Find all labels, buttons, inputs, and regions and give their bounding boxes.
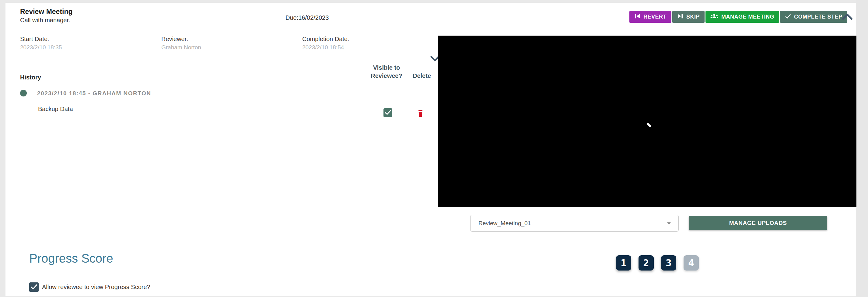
progress-score-title: Progress Score: [29, 252, 113, 265]
collapse-panel-button[interactable]: [841, 12, 854, 22]
completion-date-value: 2023/2/10 18:54: [302, 44, 344, 51]
manage-meeting-button[interactable]: MANAGE MEETING: [706, 11, 779, 23]
page-title: Review Meeting: [20, 8, 73, 16]
allow-reviewee-label: Allow reviewee to view Progress Score?: [42, 284, 150, 291]
visible-to-reviewee-checkbox[interactable]: [383, 108, 392, 117]
column-header-delete: Delete: [408, 72, 436, 80]
skip-previous-icon: [634, 13, 640, 21]
complete-step-button-label: COMPLETE STEP: [794, 14, 842, 20]
progress-score-buttons: 1 2 3 4: [616, 255, 699, 270]
upload-file-dropdown[interactable]: Review_Meeting_01: [470, 215, 679, 232]
completion-date-label: Completion Date:: [302, 36, 349, 43]
revert-button[interactable]: REVERT: [629, 11, 672, 23]
score-button-3[interactable]: 3: [661, 255, 676, 270]
dropdown-caret-icon: [667, 221, 671, 226]
skip-button[interactable]: SKIP: [672, 11, 705, 23]
review-step-panel: Review Meeting Call with manager. Due:16…: [5, 3, 856, 296]
skip-next-icon: [677, 13, 683, 21]
history-title: History: [20, 74, 41, 81]
manage-uploads-button[interactable]: MANAGE UPLOADS: [689, 216, 827, 230]
score-button-2[interactable]: 2: [639, 255, 654, 270]
checkmark-icon: [30, 284, 37, 291]
screen: Review Meeting Call with manager. Due:16…: [0, 0, 868, 297]
revert-button-label: REVERT: [643, 14, 666, 20]
people-group-icon: [710, 13, 718, 21]
page-subtitle: Call with manager.: [20, 17, 70, 24]
chevron-up-icon: [841, 13, 853, 22]
column-header-visible: Visible to Reviewee?: [360, 64, 413, 80]
manage-meeting-button-label: MANAGE MEETING: [721, 14, 774, 20]
due-date: Due:16/02/2023: [285, 14, 329, 21]
trash-icon: [418, 113, 423, 118]
score-button-4[interactable]: 4: [684, 255, 699, 270]
checkmark-icon: [385, 110, 391, 116]
action-bar: REVERT SKIP: [629, 11, 847, 23]
history-entry-description: Backup Data: [38, 106, 73, 112]
allow-reviewee-checkbox[interactable]: [29, 283, 39, 292]
skip-button-label: SKIP: [686, 14, 700, 20]
score-button-1[interactable]: 1: [616, 255, 631, 270]
start-date-label: Start Date:: [20, 36, 49, 43]
history-entry-dot: [20, 90, 27, 96]
meeting-video-preview[interactable]: [438, 36, 858, 207]
start-date-value: 2023/2/10 18:35: [20, 44, 62, 51]
reviewer-value: Graham Norton: [161, 44, 201, 51]
upload-file-dropdown-value: Review_Meeting_01: [478, 220, 531, 227]
scrollbar[interactable]: [857, 0, 868, 297]
history-entry-timestamp: 2023/2/10 18:45 - GRAHAM NORTON: [37, 90, 151, 97]
video-cursor-mark: [646, 122, 651, 127]
reviewer-label: Reviewer:: [161, 36, 188, 43]
check-icon: [785, 13, 791, 21]
delete-entry-button[interactable]: [417, 110, 424, 118]
complete-step-button[interactable]: COMPLETE STEP: [780, 11, 847, 23]
